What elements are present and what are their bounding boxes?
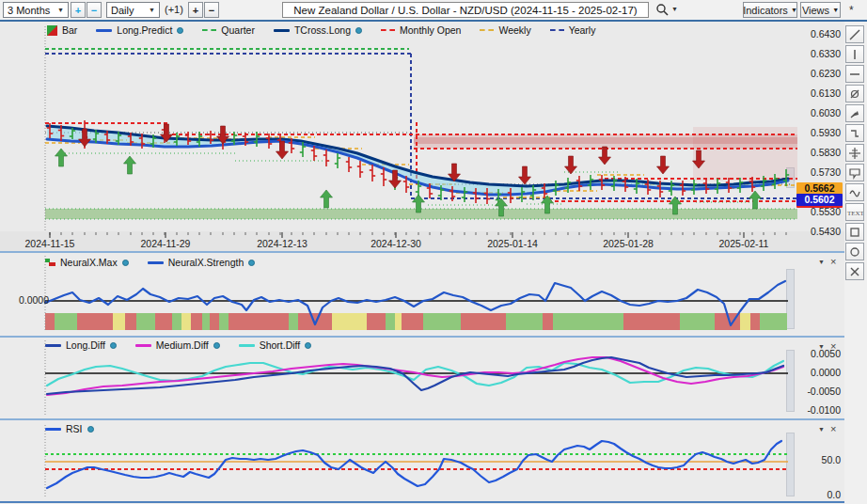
- price-tick-label: 0.5430: [796, 226, 841, 237]
- info-dot-icon[interactable]: [248, 260, 255, 266]
- legend-item-bar[interactable]: Bar: [47, 24, 77, 36]
- diff-axis-label: 0.0000: [796, 367, 841, 378]
- trading-app-window: { "toolbar": { "range_select": "3 Months…: [0, 0, 867, 504]
- panel-divider[interactable]: [0, 418, 867, 420]
- info-dot-icon[interactable]: [177, 27, 183, 34]
- rsi-legend-item-rsi[interactable]: RSI: [45, 423, 94, 434]
- diff-legend-item-medium-diff[interactable]: Medium.Diff: [135, 339, 220, 351]
- horizontal-line-tool[interactable]: [845, 65, 864, 83]
- info-dot-icon[interactable]: [213, 342, 220, 349]
- slashed-circle-tool[interactable]: [845, 85, 864, 102]
- callout-tool[interactable]: [845, 164, 864, 181]
- main-chart-scroll-thumb[interactable]: [786, 167, 795, 188]
- line-swatch: [135, 344, 151, 347]
- rsi-close-icon[interactable]: ×: [830, 423, 836, 434]
- price-tick-label: 0.5730: [796, 166, 841, 178]
- neuralx-legend-label: NeuralX.Max: [60, 257, 118, 268]
- price-tick-label: 0.6230: [796, 68, 841, 79]
- price-tick-label: 0.6430: [796, 28, 841, 39]
- bar-style-icon: [47, 25, 57, 36]
- price-tick-label: 0.6330: [796, 48, 841, 59]
- crosshair-tool[interactable]: [845, 144, 864, 162]
- wave-tool[interactable]: [845, 183, 864, 201]
- offset-label: (+1): [165, 4, 183, 15]
- line-swatch: [45, 344, 61, 347]
- neuralx-max-icon: [45, 259, 55, 267]
- rsi-panel-canvas[interactable]: [0, 420, 844, 501]
- callout-icon: [848, 166, 861, 180]
- diff-legend-item-short-diff[interactable]: Short.Diff: [239, 339, 312, 351]
- rsi-scale-slider[interactable]: [786, 433, 795, 496]
- info-dot-icon[interactable]: [355, 27, 362, 34]
- info-dot-icon[interactable]: [87, 426, 94, 433]
- diff-collapse-icon[interactable]: ▼: [818, 343, 825, 350]
- chevron-down-icon: ▼: [57, 7, 64, 13]
- info-dot-icon[interactable]: [305, 342, 311, 349]
- indicators-button[interactable]: Indicators ▼: [743, 2, 797, 18]
- bottom-border: [0, 501, 867, 503]
- neuralx-legend-item-neuralx-strength[interactable]: NeuralX.Strength: [148, 257, 256, 268]
- neuralx-collapse-icon[interactable]: ▼: [818, 259, 825, 265]
- legend-item-weekly[interactable]: Weekly: [480, 24, 530, 36]
- legend-item-quarter[interactable]: Quarter: [202, 24, 255, 36]
- date-tick-label: 2024-12-30: [362, 238, 430, 249]
- info-dot-icon[interactable]: [110, 342, 117, 349]
- panel-divider[interactable]: [0, 336, 867, 338]
- legend-item-yearly[interactable]: Yearly: [550, 24, 596, 36]
- legend-item-monthly-open[interactable]: Monthly Open: [381, 24, 461, 36]
- price-tick-label: 0.6030: [796, 107, 841, 118]
- price-tick-label: 0.5830: [796, 147, 841, 158]
- zoom-in-button[interactable]: +: [71, 2, 86, 18]
- date-tick-label: 2025-01-28: [594, 238, 662, 249]
- line-swatch: [274, 29, 290, 32]
- legend-item-tcross-long[interactable]: TCross.Long: [274, 24, 362, 36]
- search-options-caret[interactable]: ▼: [671, 6, 678, 12]
- diff-close-icon[interactable]: ×: [830, 340, 836, 352]
- circle-tool[interactable]: [845, 243, 864, 260]
- chart-title-input[interactable]: New Zealand Dollar / U.S. Dollar - NZD/U…: [282, 2, 649, 18]
- vertical-line-tool[interactable]: [845, 45, 864, 63]
- steps-icon: [848, 127, 861, 140]
- circle-icon: [848, 245, 861, 259]
- main-chart-legend: BarLong.PredictQuarterTCross.LongMonthly…: [47, 24, 595, 36]
- trendline-tool[interactable]: [845, 25, 864, 43]
- zoom-out-button[interactable]: −: [87, 2, 102, 18]
- rectangle-tool[interactable]: [845, 223, 864, 241]
- line-swatch: [96, 29, 112, 32]
- legend-item-long-predict[interactable]: Long.Predict: [96, 24, 183, 36]
- panel-divider[interactable]: [0, 251, 867, 253]
- last-price-tag: 0.5602: [796, 194, 843, 206]
- pointer-flag-tool[interactable]: [845, 104, 864, 122]
- neuralx-scale-slider[interactable]: [786, 269, 795, 329]
- steps-tool[interactable]: [845, 124, 864, 142]
- rsi-axis-label: 50.0: [796, 454, 841, 465]
- star-button[interactable]: *: [849, 4, 854, 17]
- chevron-down-icon: ▼: [791, 7, 797, 13]
- chevron-down-icon: ▼: [149, 7, 155, 13]
- neuralx-zero-label: 0.0000: [4, 294, 49, 306]
- neuralx-close-icon[interactable]: ×: [830, 256, 836, 267]
- period-select[interactable]: Daily ▼: [106, 2, 160, 18]
- wave-icon: [848, 186, 861, 199]
- delete-tool[interactable]: [845, 262, 864, 280]
- info-dot-icon[interactable]: [122, 260, 129, 266]
- neuralx-legend-item-neuralx-max[interactable]: NeuralX.Max: [45, 257, 129, 268]
- rsi-axis-label: 0.0: [796, 489, 841, 500]
- trendline-icon: [848, 28, 861, 41]
- range-select[interactable]: 3 Months ▼: [3, 2, 69, 18]
- views-button[interactable]: Views ▼: [800, 2, 841, 18]
- text-tool[interactable]: TEXT: [845, 203, 864, 221]
- diff-legend-item-long-diff[interactable]: Long.Diff: [45, 339, 117, 351]
- slashed-circle-icon: [848, 87, 861, 101]
- diff-legend-label: Short.Diff: [260, 339, 301, 351]
- price-tick-label: 0.5930: [796, 127, 841, 138]
- panel-controls-rsi: ▼×: [818, 423, 836, 434]
- neuralx-legend: NeuralX.MaxNeuralX.Strength: [45, 257, 255, 268]
- remove-bar-button[interactable]: −: [204, 2, 219, 18]
- main-chart-canvas[interactable]: [0, 21, 844, 231]
- panel-controls-neuralx: ▼×: [818, 256, 836, 267]
- rsi-collapse-icon[interactable]: ▼: [818, 426, 825, 433]
- diff-scale-slider[interactable]: [786, 350, 795, 412]
- add-bar-button[interactable]: +: [188, 2, 203, 18]
- search-icon[interactable]: [655, 3, 669, 20]
